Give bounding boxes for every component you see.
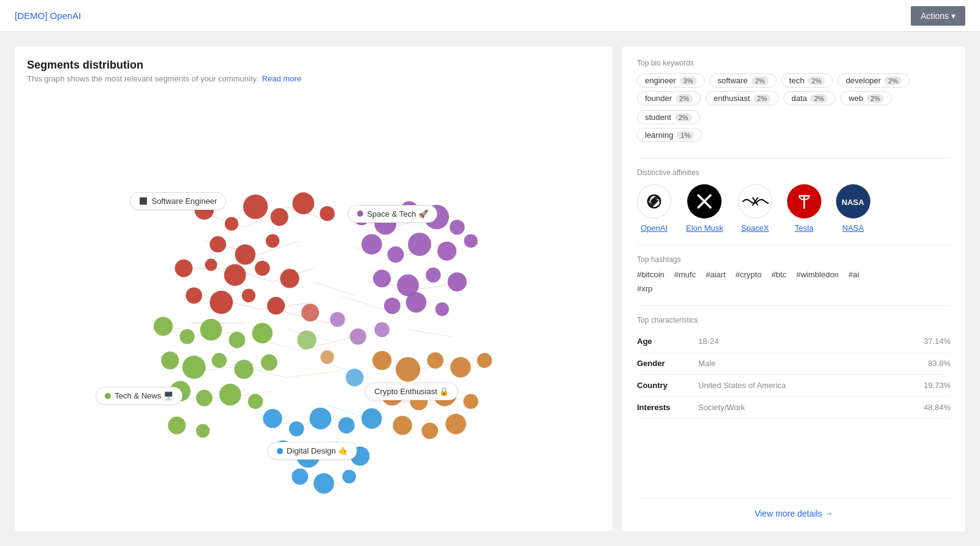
svg-point-51 xyxy=(266,234,279,247)
svg-point-71 xyxy=(373,269,391,287)
svg-point-115 xyxy=(393,416,412,435)
affinity-tesla-name: Tesla xyxy=(795,223,813,233)
affinity-nasa-name: NASA xyxy=(842,223,864,233)
keyword-data[interactable]: data 2% xyxy=(783,91,835,105)
char-gender-label: Gender xyxy=(637,359,698,368)
graph-container: ⬛ Software Engineer Space & Tech 🚀 Tech … xyxy=(27,91,600,514)
svg-point-103 xyxy=(292,468,308,485)
segment-tech-news[interactable]: Tech & News 🖥️ xyxy=(96,387,182,405)
app-header: [DEMO] OpenAI Actions ▾ xyxy=(0,0,980,32)
segment-software-engineer[interactable]: ⬛ Software Engineer xyxy=(130,192,226,210)
segment-digital-design[interactable]: Digital Design 🤙 xyxy=(268,442,357,460)
actions-button[interactable]: Actions ▾ xyxy=(911,6,965,26)
affinity-openai-name: OpenAI xyxy=(641,223,668,233)
app-title: [DEMO] OpenAI xyxy=(15,10,81,21)
keyword-enthusiast[interactable]: enthusiast 2% xyxy=(706,91,778,105)
svg-point-48 xyxy=(320,206,335,222)
hashtags-row-2: #xrp xyxy=(637,284,951,293)
svg-point-57 xyxy=(186,287,202,304)
bio-keywords-section: Top bio keywords engineer 3% software 2%… xyxy=(637,59,951,146)
segment-crypto[interactable]: Crypto Enthusiast 🔒 xyxy=(365,383,458,400)
svg-line-32 xyxy=(245,337,300,350)
affinity-elon-musk[interactable]: Elon Musk xyxy=(686,184,723,233)
hashtag-crypto[interactable]: #crypto xyxy=(736,270,762,279)
hashtags-section: Top hashtags #bitcoin #mufc #aiart #cryp… xyxy=(637,245,951,293)
hashtag-mufc[interactable]: #mufc xyxy=(674,270,696,279)
hashtag-ai[interactable]: #ai xyxy=(848,270,859,279)
keyword-learning[interactable]: learning 1% xyxy=(637,128,702,142)
svg-point-98 xyxy=(361,408,382,428)
svg-point-87 xyxy=(261,354,277,371)
hashtag-xrp[interactable]: #xrp xyxy=(637,284,652,293)
affinity-nasa[interactable]: NASA NASA xyxy=(836,184,870,233)
char-country-label: Country xyxy=(637,381,698,390)
svg-text:NASA: NASA xyxy=(842,198,864,207)
keyword-software[interactable]: software 2% xyxy=(710,73,777,88)
read-more-link[interactable]: Read more xyxy=(262,74,301,83)
svg-point-117 xyxy=(445,414,466,434)
hashtag-bitcoin[interactable]: #bitcoin xyxy=(637,270,665,279)
char-gender-pct: 83.8% xyxy=(928,359,951,368)
svg-point-94 xyxy=(263,409,282,428)
svg-point-97 xyxy=(338,417,355,434)
view-more-link[interactable]: View more details → xyxy=(755,509,833,518)
svg-point-95 xyxy=(289,421,304,436)
svg-point-70 xyxy=(464,234,478,247)
affinities-section: Distinctive affinities Ope xyxy=(637,158,951,233)
keyword-founder[interactable]: founder 2% xyxy=(637,91,701,105)
keywords-row-1: engineer 3% software 2% tech 2% develope… xyxy=(637,73,951,88)
keyword-web[interactable]: web 2% xyxy=(840,91,892,105)
keyword-engineer[interactable]: engineer 3% xyxy=(637,73,705,88)
svg-point-56 xyxy=(280,269,299,288)
char-age-pct: 37.14% xyxy=(924,337,951,346)
svg-point-122 xyxy=(320,350,334,364)
segment-space-tech[interactable]: Space & Tech 🚀 xyxy=(348,205,437,223)
svg-point-66 xyxy=(361,234,382,254)
view-more-section: View more details → xyxy=(637,498,951,519)
svg-point-73 xyxy=(426,267,441,283)
svg-point-82 xyxy=(252,323,273,343)
svg-point-50 xyxy=(235,244,255,264)
svg-point-123 xyxy=(345,368,363,386)
keyword-tech[interactable]: tech 2% xyxy=(782,73,833,88)
page-title: Segments distribution xyxy=(27,59,600,72)
char-interests-value: Society/Work xyxy=(698,403,924,412)
affinity-openai[interactable]: OpenAI xyxy=(637,184,671,233)
keyword-developer[interactable]: developer 2% xyxy=(838,73,910,88)
svg-point-104 xyxy=(314,473,334,493)
svg-point-54 xyxy=(224,264,246,286)
hashtag-aiart[interactable]: #aiart xyxy=(706,270,726,279)
char-row-country: Country United States of America 19.73% xyxy=(637,375,951,397)
svg-point-90 xyxy=(219,384,241,406)
svg-point-60 xyxy=(267,297,285,315)
svg-line-28 xyxy=(314,282,355,296)
svg-point-106 xyxy=(372,351,391,370)
svg-point-96 xyxy=(309,408,331,430)
char-gender-value: Male xyxy=(698,359,928,368)
svg-point-92 xyxy=(168,416,186,434)
svg-point-91 xyxy=(248,394,263,410)
svg-point-85 xyxy=(212,353,227,368)
svg-point-110 xyxy=(477,353,492,368)
keyword-student[interactable]: student 2% xyxy=(637,110,700,124)
affinity-elon-name: Elon Musk xyxy=(686,223,723,233)
affinity-spacex[interactable]: SpaceX xyxy=(738,184,772,233)
svg-point-58 xyxy=(209,291,233,314)
svg-point-108 xyxy=(427,352,443,368)
svg-point-86 xyxy=(235,360,254,379)
affinity-tesla[interactable]: Tesla xyxy=(787,184,821,233)
svg-point-65 xyxy=(450,220,465,235)
svg-point-68 xyxy=(408,233,431,256)
svg-point-47 xyxy=(292,192,314,214)
svg-point-105 xyxy=(342,469,356,483)
hashtag-wimbledon[interactable]: #wimbledon xyxy=(796,270,839,279)
hashtag-btc[interactable]: #btc xyxy=(771,270,786,279)
char-age-label: Age xyxy=(637,337,698,346)
svg-point-81 xyxy=(229,332,246,348)
svg-line-41 xyxy=(409,330,450,337)
svg-point-118 xyxy=(301,304,319,321)
char-age-value: 18-24 xyxy=(698,337,924,346)
svg-point-93 xyxy=(196,424,209,438)
char-interests-pct: 48.84% xyxy=(924,403,951,412)
right-panel: Top bio keywords engineer 3% software 2%… xyxy=(622,47,965,531)
